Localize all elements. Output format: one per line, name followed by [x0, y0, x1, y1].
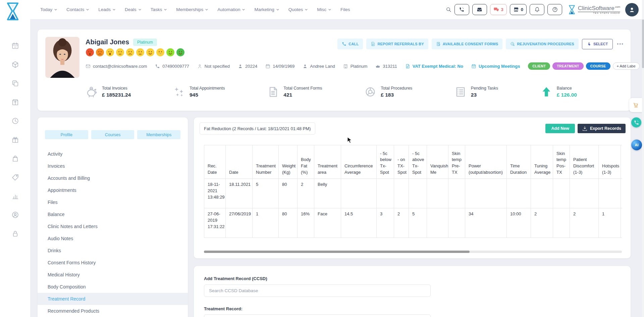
record-type-selector[interactable]: Fat Reduction (2 Records / Last: 18/11/2… [200, 122, 315, 135]
tab-memberships[interactable]: Memberships [137, 130, 180, 139]
rail-gift-button[interactable] [0, 130, 30, 149]
nav-leads[interactable]: Leads [98, 7, 116, 12]
nav-contacts[interactable]: Contacts [66, 7, 89, 12]
dialer-button[interactable] [454, 4, 469, 15]
sidebar-item-body-composition[interactable]: Body Composition [38, 281, 188, 293]
chat-count-badge: 3 [501, 7, 503, 12]
rail-package-button[interactable] [0, 93, 30, 111]
app-logo-hourglass-icon[interactable] [4, 2, 21, 21]
mood-face-9[interactable] [166, 48, 175, 57]
mood-face-7[interactable] [146, 48, 155, 57]
rail-tag-button[interactable] [0, 168, 30, 187]
shopping-bag-icon [11, 155, 19, 162]
table-cell [507, 179, 531, 208]
table-cell [531, 179, 553, 208]
info-14-09-1969: 14/09/1969 [265, 64, 294, 69]
table-cell: 3 [377, 208, 394, 238]
mood-face-1[interactable] [86, 48, 94, 57]
nav-files[interactable]: Files [340, 7, 350, 12]
export-records-button[interactable]: Export Records [578, 124, 626, 133]
mood-face-10[interactable] [176, 48, 185, 57]
mood-face-5[interactable] [126, 48, 135, 57]
sidebar-item-balance[interactable]: Balance [38, 208, 188, 220]
mood-face-3[interactable] [106, 48, 114, 57]
nav-misc[interactable]: Misc [317, 7, 331, 12]
sidebar-item-drinks[interactable]: Drinks [38, 245, 188, 257]
table-body: 18-11-2021 13:48:2918.11.20215802Belly27… [204, 179, 622, 238]
tab-profile[interactable]: Profile [45, 130, 88, 139]
select-button[interactable]: SELECT [582, 39, 613, 49]
stat-total-appointments: Total Appointments945 [173, 86, 225, 98]
sidebar-item-clinic-notes-and-letters[interactable]: Clinic Notes and Letters [38, 220, 188, 232]
nav-deals[interactable]: Deals [125, 7, 142, 12]
mood-face-4[interactable] [116, 48, 124, 57]
nav-marketing[interactable]: Marketing [254, 7, 279, 12]
package-icon [11, 98, 19, 106]
ccsd-search-input[interactable] [204, 284, 431, 297]
chat-button[interactable]: 3 [490, 4, 507, 15]
nav-tasks[interactable]: Tasks [151, 7, 167, 12]
floating-ai-button[interactable]: AI [631, 140, 642, 150]
rail-history-button[interactable] [0, 111, 30, 130]
page-scrollbar-thumb[interactable] [642, 19, 644, 68]
nav-today[interactable]: Today [40, 7, 57, 12]
mail-icon [86, 64, 91, 69]
inbox-button[interactable] [472, 4, 487, 15]
table-row[interactable]: 27-06-2019 17:31:2227/06/201918016%Face1… [204, 208, 622, 238]
info-vat-exempt-medical-no[interactable]: VAT Exempt Medical: No [405, 64, 463, 69]
sidebar-item-medical-history[interactable]: Medical History [38, 269, 188, 281]
floating-support-chat-button[interactable] [631, 117, 641, 127]
more-options-button[interactable]: ••• [617, 41, 624, 47]
user-avatar[interactable] [625, 3, 639, 16]
mood-face-6[interactable] [136, 48, 145, 57]
ccsd-section-title: Add Treatment Record (CCSD) [204, 276, 621, 281]
patient-stats-row: Total Invoices£ 185231.24Total Appointme… [86, 86, 577, 98]
table-row[interactable]: 18-11-2021 13:48:2918.11.20215802Belly [204, 179, 622, 208]
label-pill-course: COURSE [586, 62, 610, 70]
shop-button[interactable]: 0 [510, 4, 527, 15]
available-consent-forms-button[interactable]: AVAILABLE CONSENT FORMS [432, 39, 503, 49]
rail-chart-button[interactable] [0, 187, 30, 205]
sidebar-item-consent-forms-history[interactable]: Consent Forms History [38, 257, 188, 269]
rejuvenation-procedures-button[interactable]: REJUVENATION PROCEDURES [506, 39, 579, 49]
rail-calendar-12-button[interactable]: 12 [0, 36, 30, 55]
sidebar-item-accounts-and-billing[interactable]: Accounts and Billing [38, 172, 188, 184]
chevron-down-icon [276, 8, 279, 11]
rail-shopping-bag-button[interactable] [0, 149, 30, 168]
sidebar-item-recommended-products[interactable]: Recommended Products [38, 305, 188, 317]
table-cell [448, 208, 465, 238]
tab-courses[interactable]: Courses [91, 130, 135, 139]
page-scrollbar[interactable] [642, 0, 644, 317]
rail-copy-button[interactable] [0, 74, 30, 93]
floating-cart-button[interactable] [629, 98, 642, 112]
call-button[interactable]: CALL [337, 39, 363, 49]
table-horizontal-scrollbar[interactable] [204, 251, 622, 253]
notifications-button[interactable] [530, 4, 544, 15]
sidebar-item-treatment-record[interactable]: Treatment Record [38, 293, 188, 305]
col-header: - on TX- Spot [394, 145, 409, 179]
person-icon [238, 64, 243, 69]
sidebar-item-activity[interactable]: Activity [38, 148, 188, 160]
support-icon [11, 211, 19, 219]
download-icon [582, 126, 588, 131]
sidebar-item-invoices[interactable]: Invoices [38, 160, 188, 172]
sidebar-item-files[interactable]: Files [38, 196, 188, 208]
search-button[interactable] [446, 7, 451, 12]
add-new-button[interactable]: Add New [545, 124, 575, 133]
nav-automation[interactable]: Automation [217, 7, 245, 12]
rail-cube-button[interactable] [0, 55, 30, 74]
table-horizontal-scrollbar-thumb[interactable] [204, 251, 470, 253]
info-upcoming-meetings[interactable]: Upcoming Meetings [471, 64, 520, 69]
treatment-record-textarea[interactable] [204, 314, 431, 317]
nav-memberships[interactable]: Memberships [176, 7, 208, 12]
rail-lock-button[interactable] [0, 224, 30, 243]
rail-support-button[interactable] [0, 205, 30, 224]
report-referrals-by-button[interactable]: REPORT REFERRALS BY [366, 39, 428, 49]
help-button[interactable]: ? [547, 4, 562, 15]
nav-quotes[interactable]: Quotes [288, 7, 308, 12]
sidebar-item-audio-notes[interactable]: Audio Notes [38, 232, 188, 245]
mood-face-2[interactable] [96, 48, 104, 57]
add-label-button[interactable]: + Add Labe [613, 62, 640, 70]
mood-face-8[interactable] [156, 48, 165, 57]
sidebar-item-appointments[interactable]: Appointments [38, 184, 188, 196]
